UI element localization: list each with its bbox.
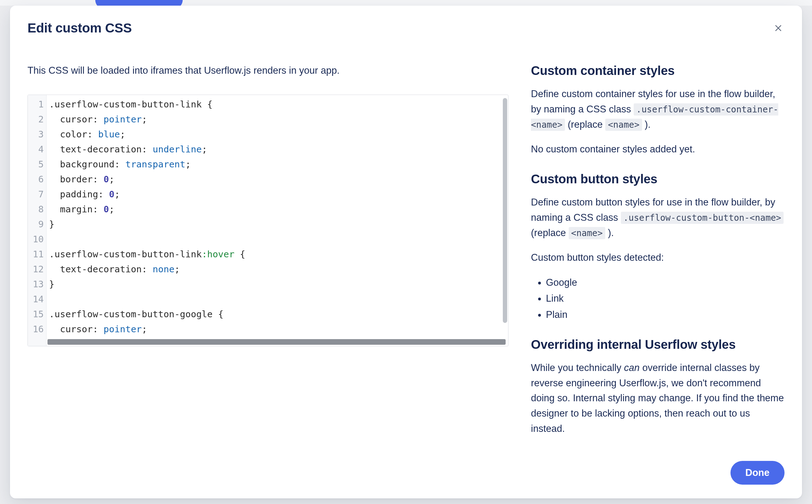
heading-override: Overriding internal Userflow styles <box>531 338 785 352</box>
code-line: border: 0; <box>49 172 508 187</box>
section-override: Overriding internal Userflow styles Whil… <box>531 338 785 437</box>
code-line: color: blue; <box>49 127 508 142</box>
done-button[interactable]: Done <box>730 461 785 485</box>
override-desc: While you technically can override inter… <box>531 360 785 437</box>
code-area[interactable]: .userflow-custom-button-link { cursor: p… <box>47 95 508 346</box>
heading-button-styles: Custom button styles <box>531 172 785 186</box>
modal-footer: Done <box>27 461 785 485</box>
code-line: margin: 0; <box>49 202 508 217</box>
code-chip: <name> <box>569 227 605 239</box>
code-line: .userflow-custom-button-link { <box>49 97 508 112</box>
modal-title: Edit custom CSS <box>27 21 132 36</box>
line-number: 8 <box>28 202 46 217</box>
heading-container-styles: Custom container styles <box>531 64 785 78</box>
list-item: Link <box>546 291 785 306</box>
code-line: padding: 0; <box>49 187 508 202</box>
detected-button-styles-list: GoogleLinkPlain <box>531 275 785 323</box>
line-number: 16 <box>28 322 46 337</box>
section-button-styles: Custom button styles Define custom butto… <box>531 172 785 323</box>
edit-css-modal: Edit custom CSS This CSS will be loaded … <box>10 6 802 498</box>
line-number: 11 <box>28 247 46 262</box>
code-gutter: 12345678910111213141516 <box>28 95 47 346</box>
close-button[interactable] <box>772 22 785 34</box>
line-number: 13 <box>28 277 46 292</box>
code-line: text-decoration: none; <box>49 262 508 277</box>
code-line: .userflow-custom-button-google { <box>49 307 508 322</box>
code-line <box>49 232 508 247</box>
container-desc: Define custom container styles for use i… <box>531 86 785 132</box>
code-line: .userflow-custom-button-link:hover { <box>49 247 508 262</box>
section-container-styles: Custom container styles Define custom co… <box>531 64 785 157</box>
code-chip: <name> <box>605 119 642 131</box>
line-number: 2 <box>28 112 46 127</box>
line-number: 6 <box>28 172 46 187</box>
modal-header: Edit custom CSS <box>27 21 785 36</box>
code-chip: .userflow-custom-button-<name> <box>621 212 784 224</box>
code-line: text-decoration: underline; <box>49 142 508 157</box>
code-line: cursor: pointer; <box>49 322 508 337</box>
container-empty: No custom container styles added yet. <box>531 142 785 157</box>
code-line: cursor: pointer; <box>49 112 508 127</box>
intro-text: This CSS will be loaded into iframes tha… <box>27 64 508 78</box>
line-number: 14 <box>28 292 46 307</box>
line-number: 7 <box>28 187 46 202</box>
line-number: 15 <box>28 307 46 322</box>
detected-label: Custom button styles detected: <box>531 250 785 265</box>
code-line <box>49 292 508 307</box>
close-icon <box>774 29 783 33</box>
horizontal-scrollbar[interactable] <box>47 339 506 345</box>
line-number: 10 <box>28 232 46 247</box>
line-number: 4 <box>28 142 46 157</box>
list-item: Google <box>546 275 785 290</box>
vertical-scrollbar[interactable] <box>503 98 507 323</box>
line-number: 3 <box>28 127 46 142</box>
code-line: background: transparent; <box>49 157 508 172</box>
line-number: 1 <box>28 97 46 112</box>
button-desc: Define custom button styles for use in t… <box>531 195 785 241</box>
list-item: Plain <box>546 307 785 323</box>
code-line: } <box>49 277 508 292</box>
line-number: 9 <box>28 217 46 232</box>
help-sidebar: Custom container styles Define custom co… <box>531 64 785 450</box>
line-number: 5 <box>28 157 46 172</box>
css-code-editor[interactable]: 12345678910111213141516 .userflow-custom… <box>27 95 508 346</box>
line-number: 12 <box>28 262 46 277</box>
code-line: } <box>49 217 508 232</box>
